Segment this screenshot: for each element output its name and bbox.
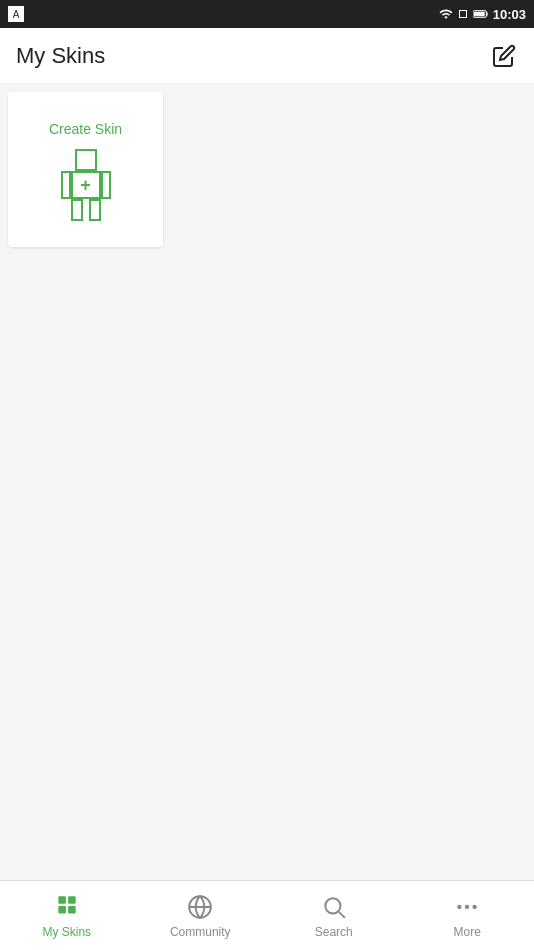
- nav-item-community[interactable]: Community: [134, 881, 268, 950]
- skin-head: [75, 149, 97, 171]
- nav-item-my-skins[interactable]: My Skins: [0, 881, 134, 950]
- skin-body: +: [71, 171, 101, 199]
- header: My Skins: [0, 28, 534, 84]
- main-content: Create Skin +: [0, 84, 534, 880]
- edit-icon: [492, 44, 516, 68]
- skin-person-shape: +: [61, 149, 111, 219]
- svg-rect-3: [58, 896, 66, 904]
- skin-legs: [71, 199, 101, 221]
- page-title: My Skins: [16, 43, 105, 69]
- data-icon: [457, 7, 469, 21]
- svg-rect-6: [68, 905, 76, 913]
- svg-rect-5: [58, 905, 66, 913]
- battery-icon: [473, 8, 489, 20]
- skin-leg-right: [89, 199, 101, 221]
- skin-arm-right: [101, 171, 111, 199]
- bottom-nav: My Skins Community Search: [0, 880, 534, 950]
- nav-label-my-skins: My Skins: [42, 925, 91, 939]
- signal-icon: [439, 7, 453, 21]
- status-bar: A 10:03: [0, 0, 534, 28]
- svg-point-8: [325, 898, 340, 913]
- nav-label-more: More: [454, 925, 481, 939]
- skin-plus-icon: +: [80, 176, 91, 194]
- skin-leg-left: [71, 199, 83, 221]
- status-time: 10:03: [493, 7, 526, 22]
- edit-button[interactable]: [490, 42, 518, 70]
- svg-rect-4: [68, 896, 76, 904]
- app-status-icon: A: [8, 6, 24, 22]
- my-skins-icon: [53, 893, 81, 921]
- search-icon: [320, 893, 348, 921]
- svg-point-10: [458, 904, 462, 908]
- status-bar-left: A: [8, 6, 24, 22]
- svg-line-9: [339, 911, 345, 917]
- status-bar-right: 10:03: [439, 7, 526, 22]
- nav-label-search: Search: [315, 925, 353, 939]
- more-icon: [453, 893, 481, 921]
- nav-item-more[interactable]: More: [401, 881, 535, 950]
- create-skin-card[interactable]: Create Skin +: [8, 92, 163, 247]
- svg-point-11: [465, 904, 469, 908]
- skin-arm-left: [61, 171, 71, 199]
- community-icon: [186, 893, 214, 921]
- nav-item-search[interactable]: Search: [267, 881, 401, 950]
- svg-point-12: [473, 904, 477, 908]
- nav-label-community: Community: [170, 925, 231, 939]
- create-skin-label: Create Skin: [49, 121, 122, 137]
- svg-rect-2: [474, 12, 485, 17]
- svg-rect-1: [486, 12, 487, 15]
